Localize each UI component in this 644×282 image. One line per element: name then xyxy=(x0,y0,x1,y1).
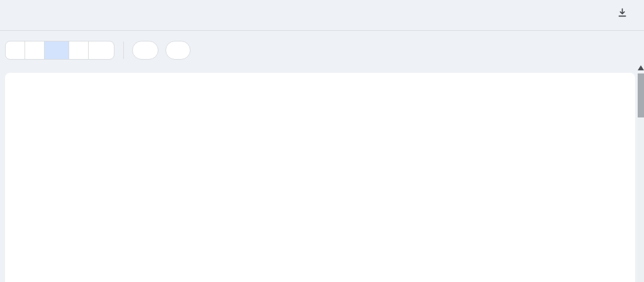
checkbox-icon[interactable] xyxy=(16,84,24,92)
scroll-up-icon[interactable] xyxy=(638,65,644,70)
scrollbar-thumb[interactable] xyxy=(638,73,644,117)
help-icon[interactable] xyxy=(384,118,393,127)
download-icon xyxy=(618,8,627,18)
tab-3-months[interactable] xyxy=(69,41,88,59)
tab-7-days[interactable] xyxy=(25,41,44,59)
metric-cards xyxy=(5,74,399,133)
search-type-dropdown[interactable] xyxy=(132,41,158,60)
metric-card-average-position[interactable] xyxy=(301,74,399,133)
filter-bar xyxy=(5,41,635,60)
checkbox-icon[interactable] xyxy=(114,84,123,92)
tab-more[interactable] xyxy=(88,41,114,59)
help-icon[interactable] xyxy=(88,118,97,127)
filter-separator xyxy=(123,41,124,59)
tab-24-hours[interactable] xyxy=(6,41,25,59)
date-range-group xyxy=(5,41,114,60)
performance-page xyxy=(0,0,644,282)
checkbox-icon[interactable] xyxy=(213,84,221,92)
metric-card-total-impressions[interactable] xyxy=(104,74,203,133)
header-divider xyxy=(0,30,644,31)
performance-chart[interactable] xyxy=(5,139,635,282)
metric-card-average-ctr[interactable] xyxy=(203,74,301,133)
checkbox-icon[interactable] xyxy=(311,84,319,92)
help-icon[interactable] xyxy=(285,118,294,127)
tab-28-days[interactable] xyxy=(44,41,69,59)
help-icon[interactable] xyxy=(187,118,196,127)
metric-card-total-clicks[interactable] xyxy=(5,74,104,133)
export-button[interactable] xyxy=(618,8,633,18)
add-filter-button[interactable] xyxy=(165,41,191,60)
